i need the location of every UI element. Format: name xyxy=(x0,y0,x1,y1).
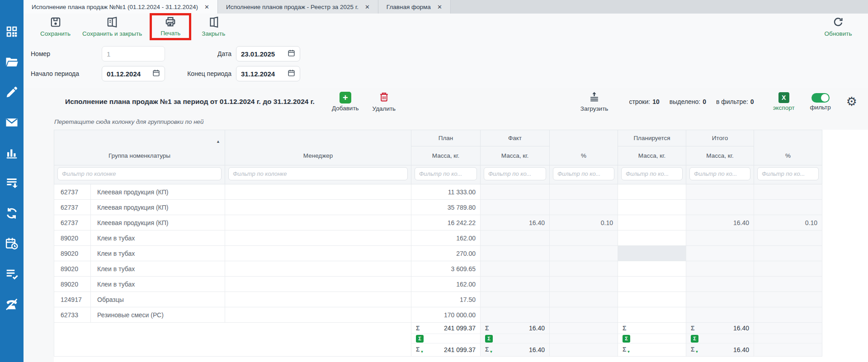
cell-total[interactable] xyxy=(686,307,754,323)
sum-badge-icon[interactable]: Σ xyxy=(623,335,630,343)
cell-manager[interactable] xyxy=(225,292,411,307)
cell-manager[interactable] xyxy=(225,246,411,261)
cell-plan[interactable]: 35 789.80 xyxy=(411,200,481,215)
cell-planned[interactable] xyxy=(618,184,686,200)
cell-planned[interactable] xyxy=(618,277,686,292)
cell-total_pct[interactable] xyxy=(754,246,822,261)
cell-planned[interactable] xyxy=(618,215,686,230)
column-header-group[interactable]: ▲ Группа номенклатуры xyxy=(54,130,225,165)
sum-badge-icon[interactable]: Σ xyxy=(691,335,698,343)
folder-open-icon[interactable] xyxy=(0,47,24,77)
cell-pct[interactable] xyxy=(550,200,618,215)
cell-pct[interactable]: 0.10 xyxy=(550,215,618,230)
tab-main-form[interactable]: Главная форма ✕ xyxy=(378,0,451,14)
cell-planned[interactable] xyxy=(618,246,686,261)
cell-pct[interactable] xyxy=(550,184,618,200)
cell-pct[interactable] xyxy=(550,261,618,277)
column-header-plan[interactable]: План xyxy=(411,130,481,146)
close-icon[interactable]: ✕ xyxy=(204,4,209,10)
cell-total[interactable] xyxy=(686,261,754,277)
period-start-field[interactable]: 01.12.2024 xyxy=(102,66,165,81)
sync-icon[interactable] xyxy=(0,198,24,228)
save-and-close-button[interactable]: Сохранить и закрыть xyxy=(82,16,142,37)
subheader-fact-mass[interactable]: Масса, кг. xyxy=(481,146,550,165)
cell-plan[interactable]: 270.00 xyxy=(411,246,481,261)
cell-fact[interactable] xyxy=(481,200,550,215)
cell-total_pct[interactable] xyxy=(754,184,822,200)
cell-total_pct[interactable] xyxy=(754,307,822,323)
toggle-on-icon[interactable] xyxy=(811,93,830,103)
calendar-icon[interactable] xyxy=(288,49,295,58)
cell-group[interactable]: Резиновые смеси (РС) xyxy=(91,307,225,323)
calendar-clock-icon[interactable] xyxy=(0,228,24,259)
gear-icon[interactable]: ⚙ xyxy=(846,96,857,108)
cell-plan[interactable]: 11 333.00 xyxy=(411,184,481,200)
cell-total_pct[interactable] xyxy=(754,277,822,292)
cell-group[interactable]: Клеевая продукция (КП) xyxy=(91,184,225,200)
cell-code[interactable]: 89020 xyxy=(54,277,91,292)
calendar-icon[interactable] xyxy=(288,69,295,78)
filter-input-plan[interactable] xyxy=(415,167,477,180)
cell-pct[interactable] xyxy=(550,277,618,292)
period-end-field[interactable]: 31.12.2024 xyxy=(236,66,300,81)
cell-planned[interactable] xyxy=(618,307,686,323)
delete-row-button[interactable]: Удалить xyxy=(373,91,396,112)
cell-pct[interactable] xyxy=(550,292,618,307)
cell-code[interactable]: 89020 xyxy=(54,246,91,261)
cell-manager[interactable] xyxy=(225,215,411,230)
column-header-pct[interactable]: % xyxy=(550,130,618,165)
sort-asc-icon[interactable]: ▲ xyxy=(216,139,220,144)
envelope-icon[interactable] xyxy=(0,107,24,137)
cell-group[interactable]: Клеи в тубах xyxy=(91,261,225,277)
refresh-button[interactable]: Обновить xyxy=(824,16,853,37)
sum-badge-icon[interactable]: Σ xyxy=(416,335,424,343)
column-header-manager[interactable]: Менеджер xyxy=(225,130,411,165)
column-header-total[interactable]: Итого xyxy=(686,130,754,146)
cell-fact[interactable] xyxy=(481,184,550,200)
pencil-icon[interactable] xyxy=(0,77,24,107)
save-button[interactable]: Сохранить xyxy=(40,16,71,37)
cell-code[interactable]: 124917 xyxy=(54,292,91,307)
qr-code-icon[interactable] xyxy=(0,16,24,47)
cell-plan[interactable]: 17.50 xyxy=(411,292,481,307)
cell-plan[interactable]: 3 609.65 xyxy=(411,261,481,277)
tab-registry-2025[interactable]: Исполнение планов продаж - Реестр за 202… xyxy=(218,0,378,14)
cell-total_pct[interactable] xyxy=(754,261,822,277)
cell-group[interactable]: Клеевая продукция (КП) xyxy=(91,215,225,230)
cell-total[interactable] xyxy=(686,184,754,200)
cell-group[interactable]: Клеи в тубах xyxy=(91,246,225,261)
filter-input-total[interactable] xyxy=(689,167,750,180)
cell-fact[interactable] xyxy=(481,277,550,292)
cell-fact[interactable] xyxy=(481,292,550,307)
print-button[interactable]: Печать xyxy=(156,16,185,37)
cell-planned[interactable] xyxy=(618,200,686,215)
cell-code[interactable]: 62733 xyxy=(54,307,91,323)
cell-pct[interactable] xyxy=(550,246,618,261)
cell-total[interactable] xyxy=(686,200,754,215)
cell-fact[interactable] xyxy=(481,230,550,246)
filter-input-pct[interactable] xyxy=(553,167,614,180)
cell-code[interactable]: 62737 xyxy=(54,215,91,230)
cell-code[interactable]: 62737 xyxy=(54,200,91,215)
list-download-icon[interactable] xyxy=(0,168,24,198)
cell-manager[interactable] xyxy=(225,200,411,215)
calendar-icon[interactable] xyxy=(152,69,160,78)
phone-slash-icon[interactable] xyxy=(0,289,24,319)
cell-fact[interactable]: 16.40 xyxy=(481,215,550,230)
cell-planned[interactable] xyxy=(618,230,686,246)
filter-input-group[interactable] xyxy=(57,167,222,180)
cell-plan[interactable]: 162.00 xyxy=(411,277,481,292)
cell-total_pct[interactable]: 0.10 xyxy=(754,215,822,230)
cell-code[interactable]: 89020 xyxy=(54,230,91,246)
cell-total_pct[interactable] xyxy=(754,200,822,215)
add-row-button[interactable]: + Добавить xyxy=(332,92,359,112)
cell-pct[interactable] xyxy=(550,230,618,246)
cell-manager[interactable] xyxy=(225,230,411,246)
subheader-planned-mass[interactable]: Масса, кг. xyxy=(618,146,686,165)
sum-badge-icon[interactable]: Σ xyxy=(485,335,493,343)
number-field[interactable]: 1 xyxy=(102,46,165,61)
cell-pct[interactable] xyxy=(550,307,618,323)
filter-input-fact[interactable] xyxy=(484,167,546,180)
cell-planned[interactable] xyxy=(618,261,686,277)
export-excel-button[interactable]: X экспорт xyxy=(773,92,795,111)
